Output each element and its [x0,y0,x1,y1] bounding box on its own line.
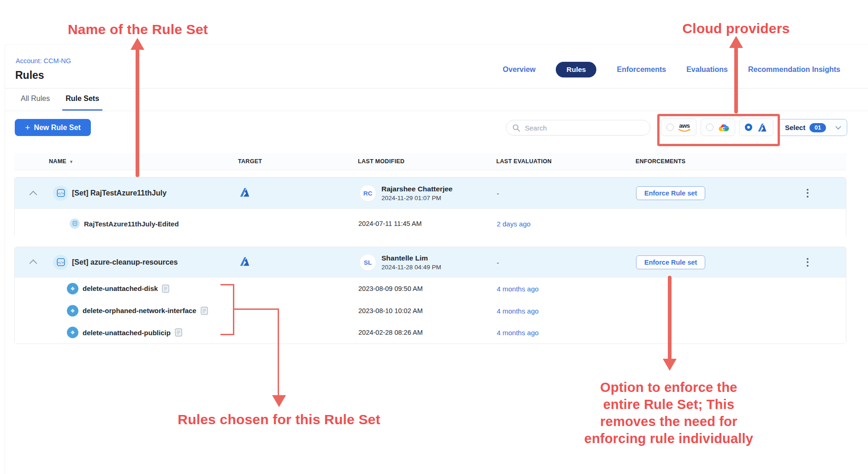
rule-set-name[interactable]: [Set] RajTestAzure11thJuly [72,189,166,197]
nav-evaluations[interactable]: Evaluations [686,65,728,74]
rule-set-row[interactable]: </> [Set] RajTestAzure11thJuly RC Rajars… [15,178,846,208]
annotation-cloud-providers-label: Cloud providers [667,21,805,36]
rule-description-icon[interactable] [201,307,208,315]
search-box [506,120,650,136]
rule-icon: ❖ [67,283,78,294]
select-label: Select [785,124,805,131]
svg-text:</>: </> [58,261,64,265]
modified-by: Shantelle Lim [381,254,441,262]
new-rule-set-label: New Rule Set [34,124,80,132]
rule-last-evaluation-link[interactable]: 4 months ago [497,284,539,292]
new-rule-set-button[interactable]: + New Rule Set [15,119,91,136]
table-header-row: NAME▼ TARGET LAST MODIFIED LAST EVALUATI… [14,153,846,170]
provider-chip-aws[interactable]: aws [661,118,696,136]
nav-rules[interactable]: Rules [556,62,596,77]
avatar: SL [359,254,376,271]
rule-name[interactable]: delete-unattached-publicip [83,329,171,337]
rule-set-card: </> [Set] azure-cleanup-resources SL Sha… [14,247,846,344]
rule-last-modified: 2023-08-10 10:02 AM [358,307,422,314]
rule-description-icon[interactable] [162,284,169,293]
rule-last-modified: 2024-07-11 11:45 AM [358,220,422,227]
modified-at: 2024-11-29 01:07 PM [381,195,452,201]
azure-icon [756,122,768,133]
rule-set-icon: </> [53,255,68,270]
tab-bar: All Rules Rule Sets [21,94,102,111]
rules-list: ❖ delete-unattached-disk 2023-08-09 09:5… [15,277,846,344]
last-modified-cell: Rajarshee Chatterjee 2024-11-29 01:07 PM [381,185,452,201]
aws-icon: aws [678,123,691,132]
rule-row[interactable]: RajTestAzure11thJuly-Edited 2024-07-11 1… [15,208,846,238]
plus-icon: + [25,123,30,132]
column-header-enforcements: ENFORCEMENTS [636,158,685,165]
rule-last-evaluation-link[interactable]: 2 days ago [497,219,530,227]
last-evaluation-value: - [497,189,499,197]
rule-icon [70,219,80,229]
avatar: RC [359,184,376,201]
rule-row[interactable]: ❖ delete-unattached-disk 2023-08-09 09:5… [15,277,846,300]
azure-icon [238,186,251,200]
top-nav: Overview Rules Enforcements Evaluations … [503,62,840,77]
provider-chip-gcp[interactable] [701,118,735,136]
rule-name[interactable]: RajTestAzure11thJuly-Edited [84,219,179,227]
chevron-down-icon [835,124,841,132]
modified-by: Rajarshee Chatterjee [381,185,452,193]
select-dropdown[interactable]: Select 01 [778,119,847,136]
rule-set-row[interactable]: </> [Set] azure-cleanup-resources SL Sha… [15,247,846,277]
sort-caret-icon: ▼ [69,160,73,164]
enforce-rule-set-button[interactable]: Enforce Rule set [636,186,705,200]
annotation-rule-set-name-label: Name of the Rule Set [59,22,216,37]
column-header-last-evaluation: LAST EVALUATION [496,158,552,165]
search-input[interactable] [506,120,650,136]
rule-last-evaluation-link[interactable]: 4 months ago [497,329,539,337]
last-modified-cell: Shantelle Lim 2024-11-28 04:49 PM [381,254,441,271]
azure-radio-selected[interactable] [745,124,752,131]
rule-row[interactable]: ❖ delete-orphaned-network-interface 2023… [15,300,846,322]
provider-chip-azure[interactable] [739,118,773,136]
nav-recommendation-insights[interactable]: Recommendation Insights [748,65,840,74]
select-count-badge: 01 [809,123,826,132]
row-menu-kebab-icon[interactable] [805,256,810,268]
column-header-name[interactable]: NAME▼ [49,158,73,165]
azure-icon [238,255,251,269]
row-menu-kebab-icon[interactable] [805,187,810,199]
rule-set-name[interactable]: [Set] azure-cleanup-resources [72,258,178,267]
rule-name[interactable]: delete-unattached-disk [83,284,158,292]
rule-icon: ❖ [67,327,78,338]
tabs-divider [5,111,868,111]
rule-name[interactable]: delete-orphaned-network-interface [83,307,196,314]
aws-radio[interactable] [666,124,674,131]
rule-set-card: </> [Set] RajTestAzure11thJuly RC Rajars… [14,177,846,238]
enforce-rule-set-button[interactable]: Enforce Rule set [636,255,705,269]
rule-last-evaluation-link[interactable]: 4 months ago [497,307,539,314]
rule-last-modified: 2024-02-28 08:26 AM [358,329,422,336]
last-evaluation-value: - [497,258,499,266]
collapse-chevron-icon[interactable] [30,191,36,199]
tab-all-rules[interactable]: All Rules [21,94,50,111]
modified-at: 2024-11-28 04:49 PM [381,264,441,271]
gcp-icon [718,123,730,132]
rule-icon: ❖ [67,305,78,316]
rule-description-icon[interactable] [175,328,182,337]
column-header-target: TARGET [238,158,262,165]
cloud-provider-filters: aws [661,118,773,136]
tab-rule-sets[interactable]: Rule Sets [62,94,102,111]
header-divider [5,88,868,89]
rule-row[interactable]: ❖ delete-unattached-publicip 2024-02-28 … [15,321,846,344]
collapse-chevron-icon[interactable] [30,260,36,268]
page-title: Rules [15,69,44,82]
gcp-radio[interactable] [706,124,713,131]
column-header-last-modified: LAST MODIFIED [358,158,404,165]
nav-overview[interactable]: Overview [503,65,535,74]
nav-enforcements[interactable]: Enforcements [617,65,666,74]
account-breadcrumb[interactable]: Account: CCM-NG [16,57,71,65]
rule-set-icon: </> [53,185,68,201]
svg-text:</>: </> [58,191,64,196]
rule-last-modified: 2023-08-09 09:50 AM [358,285,422,292]
